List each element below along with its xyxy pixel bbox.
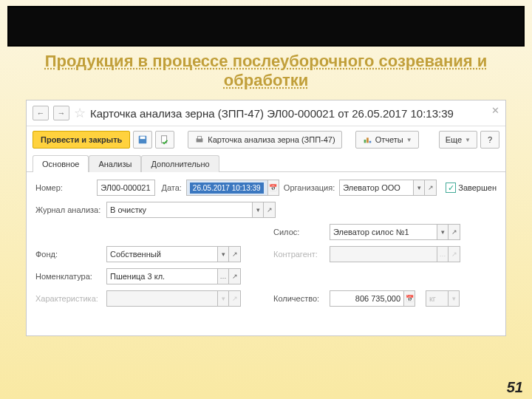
counterparty-field: … ↗: [330, 246, 460, 262]
banner-title: Продукция в процессе послеуборочного соз…: [0, 52, 532, 91]
more-button[interactable]: Еще ▼: [439, 131, 477, 149]
characteristic-label: Характеристика:: [35, 294, 102, 303]
tab-additional[interactable]: Дополнительно: [141, 155, 219, 172]
chevron-down-icon: ▼: [465, 137, 471, 143]
post-button[interactable]: [155, 131, 174, 149]
journal-field[interactable]: В очистку ▾ ↗: [106, 202, 276, 218]
more-dots-icon: …: [437, 246, 449, 262]
fund-field[interactable]: Собственный ▾ ↗: [106, 246, 241, 262]
more-label: Еще: [446, 135, 462, 144]
svg-rect-5: [364, 140, 366, 143]
chevron-down-icon[interactable]: ▾: [413, 180, 425, 196]
open-icon[interactable]: ↗: [229, 246, 241, 262]
nav-back-button[interactable]: ←: [33, 106, 49, 120]
quantity-field[interactable]: 806 735,000 📅: [330, 290, 415, 307]
save-button[interactable]: [133, 131, 152, 149]
help-button[interactable]: ?: [480, 131, 499, 149]
tab-analyses[interactable]: Анализы: [89, 155, 141, 172]
form-body: Номер: ЭЛ00-000021 Дата: 26.05.2017 10:1…: [27, 172, 505, 320]
number-label: Номер:: [35, 183, 92, 192]
date-field[interactable]: 26.05.2017 10:13:39 📅: [186, 180, 279, 196]
chevron-down-icon: ▼: [406, 137, 412, 143]
reports-label: Отчеты: [375, 135, 403, 144]
open-icon: ↗: [229, 290, 241, 307]
svg-rect-4: [198, 137, 202, 140]
chevron-down-icon[interactable]: ▾: [437, 224, 449, 240]
svg-rect-1: [140, 137, 146, 140]
number-field[interactable]: ЭЛ00-000021: [97, 180, 155, 196]
nomenclature-label: Номенклатура:: [35, 272, 102, 281]
reports-button[interactable]: Отчеты ▼: [355, 131, 419, 149]
org-field[interactable]: Элеватор ООО ▾ ↗: [339, 180, 437, 196]
quantity-label: Количество:: [273, 294, 325, 303]
tab-bar: Основное Анализы Дополнительно: [27, 154, 505, 172]
print-icon: [194, 134, 205, 145]
silo-field[interactable]: Элеватор силос №1 ▾ ↗: [330, 224, 460, 240]
nomenclature-field[interactable]: Пшеница 3 кл. … ↗: [106, 268, 241, 284]
calendar-icon[interactable]: 📅: [267, 180, 279, 196]
chevron-down-icon: ▾: [217, 290, 229, 307]
characteristic-field: ▾ ↗: [106, 290, 241, 307]
svg-rect-7: [369, 141, 371, 143]
banner-line1: Продукция в процессе послеуборочного соз…: [45, 52, 488, 70]
open-icon: ↗: [449, 246, 460, 262]
chevron-down-icon[interactable]: ▾: [252, 202, 264, 218]
document-icon: [160, 134, 170, 145]
counterparty-label: Контрагент:: [273, 250, 325, 259]
check-icon: ✓: [446, 183, 456, 193]
svg-rect-6: [366, 137, 369, 143]
grain-card-button[interactable]: Карточка анализа зерна (ЗПП-47): [188, 131, 341, 149]
date-label: Дата:: [160, 183, 182, 192]
window-header: ← → ☆ Карточка анализа зерна (ЗПП-47) ЭЛ…: [27, 100, 505, 126]
nav-forward-button[interactable]: →: [53, 106, 69, 120]
toolbar: Провести и закрыть Карточка анализа зерн…: [27, 126, 505, 153]
favorite-star-icon[interactable]: ☆: [74, 105, 86, 121]
grain-card-label: Карточка анализа зерна (ЗПП-47): [208, 135, 335, 144]
unit-field: кг ▾: [426, 290, 460, 307]
close-icon[interactable]: ✕: [491, 105, 499, 116]
post-and-close-button[interactable]: Провести и закрыть: [33, 131, 130, 149]
app-window: ← → ☆ Карточка анализа зерна (ЗПП-47) ЭЛ…: [26, 100, 506, 336]
save-icon: [137, 134, 148, 145]
open-icon[interactable]: ↗: [229, 268, 241, 284]
calculator-icon[interactable]: 📅: [403, 290, 415, 307]
banner-line2: обработки: [224, 71, 309, 89]
chart-icon: [362, 134, 372, 145]
header-dark-box: [7, 6, 525, 47]
open-icon[interactable]: ↗: [449, 224, 460, 240]
open-icon[interactable]: ↗: [425, 180, 437, 196]
fund-label: Фонд:: [35, 250, 102, 259]
journal-label: Журнал анализа:: [35, 205, 102, 214]
chevron-down-icon: ▾: [448, 290, 460, 307]
open-icon[interactable]: ↗: [264, 202, 276, 218]
more-dots-icon[interactable]: …: [217, 268, 229, 284]
page-number: 51: [507, 379, 523, 396]
org-label: Организация:: [284, 183, 335, 192]
tab-main[interactable]: Основное: [33, 155, 89, 172]
window-title: Карточка анализа зерна (ЗПП-47) ЭЛ00-000…: [90, 107, 454, 120]
chevron-down-icon[interactable]: ▾: [217, 246, 229, 262]
completed-checkbox[interactable]: ✓ Завершен: [446, 183, 497, 193]
silo-label: Силос:: [273, 228, 325, 236]
